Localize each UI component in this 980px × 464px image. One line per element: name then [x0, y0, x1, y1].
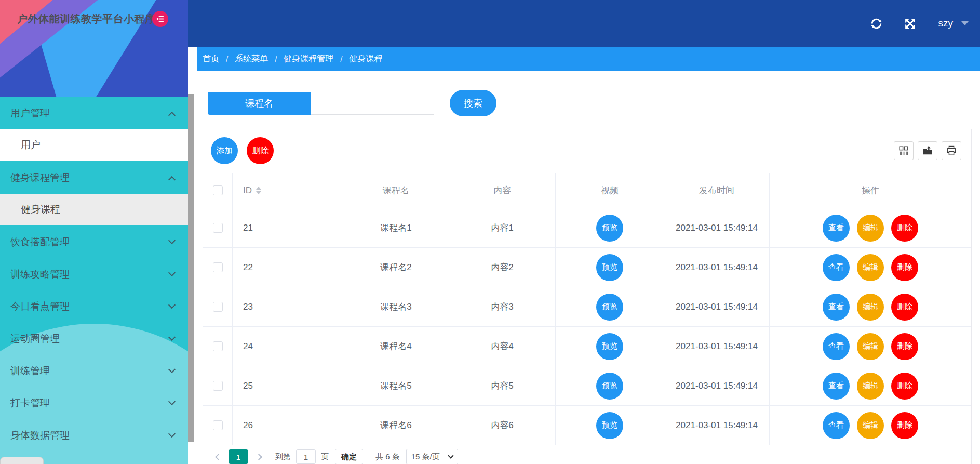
table-row: 22课程名2内容2预览2021-03-01 15:49:14查看编辑删除	[203, 248, 971, 287]
row-delete-button[interactable]: 删除	[891, 412, 918, 439]
goto-page-input[interactable]	[296, 449, 316, 464]
cell-actions: 查看编辑删除	[770, 248, 971, 287]
cell-name: 课程名1	[343, 208, 449, 247]
edit-button[interactable]: 编辑	[857, 294, 884, 321]
row-delete-button[interactable]: 删除	[891, 333, 918, 360]
sort-asc-icon	[256, 187, 261, 190]
cell-time: 2021-03-01 15:49:14	[664, 366, 770, 405]
sidebar-subitem[interactable]: 健身课程	[0, 194, 188, 225]
add-button[interactable]: 添加	[211, 137, 238, 164]
username[interactable]: szy	[938, 18, 954, 29]
cell-id: 22	[233, 248, 343, 287]
publish-time: 2021-03-01 15:49:14	[676, 302, 758, 312]
view-button[interactable]: 查看	[823, 215, 850, 242]
sidebar-group-item[interactable]: 训练攻略管理	[0, 258, 188, 290]
preview-button[interactable]: 预览	[596, 333, 623, 360]
breadcrumb-item[interactable]: 系统菜单	[235, 54, 268, 64]
breadcrumb-item[interactable]: 首页	[203, 54, 219, 64]
sidebar-toggle-button[interactable]	[152, 11, 168, 27]
sidebar-group-label: 训练攻略管理	[10, 269, 70, 280]
sidebar-subitem[interactable]: 用户	[0, 129, 188, 161]
cell-name: 课程名3	[343, 287, 449, 326]
page-number-button[interactable]: 1	[229, 449, 248, 464]
view-button[interactable]: 查看	[823, 412, 850, 439]
preview-button[interactable]: 预览	[596, 254, 623, 281]
row-id: 25	[243, 381, 253, 391]
breadcrumb-item[interactable]: 健身课程管理	[284, 54, 333, 64]
preview-button[interactable]: 预览	[596, 373, 623, 400]
table-header-row: ID课程名内容视频发布时间操作	[203, 173, 971, 208]
panel-toolbar: 添加 删除	[211, 137, 961, 164]
cell-time: 2021-03-01 15:49:14	[664, 208, 770, 247]
sidebar-group-item[interactable]: 饮食搭配管理	[0, 226, 188, 258]
row-checkbox[interactable]	[213, 262, 223, 272]
cell-name: 课程名5	[343, 366, 449, 405]
preview-button[interactable]: 预览	[596, 412, 623, 439]
column-header-label: ID	[243, 185, 252, 196]
course-name: 课程名6	[380, 419, 411, 431]
breadcrumb-item[interactable]: 健身课程	[350, 54, 383, 64]
edit-button[interactable]: 编辑	[857, 215, 884, 242]
row-checkbox[interactable]	[213, 302, 223, 312]
edit-button[interactable]: 编辑	[857, 373, 884, 400]
top-header: szy	[188, 0, 980, 47]
search-field-selector[interactable]: 课程名	[208, 92, 311, 115]
sidebar-group-item[interactable]: 健身课程管理	[0, 162, 188, 194]
row-checkbox[interactable]	[213, 341, 223, 351]
sidebar-bottom-widget[interactable]	[0, 457, 44, 464]
sidebar-group-item[interactable]: 训练管理	[0, 355, 188, 387]
row-checkbox[interactable]	[213, 420, 223, 430]
sidebar-group-item[interactable]: 用户管理	[0, 97, 188, 129]
course-name: 课程名1	[380, 222, 411, 234]
row-checkbox[interactable]	[213, 223, 223, 233]
goto-confirm-button[interactable]: 确定	[335, 449, 363, 464]
preview-button[interactable]: 预览	[596, 215, 623, 242]
cell-name: 课程名2	[343, 248, 449, 287]
preview-button[interactable]: 预览	[596, 294, 623, 321]
cell-actions: 查看编辑删除	[770, 287, 971, 326]
sidebar: 用户管理用户健身课程管理健身课程饮食搭配管理训练攻略管理今日看点管理运动圈管理训…	[0, 0, 188, 464]
row-checkbox-cell	[203, 406, 233, 445]
row-checkbox[interactable]	[213, 381, 223, 391]
view-button[interactable]: 查看	[823, 294, 850, 321]
search-button[interactable]: 搜索	[450, 90, 496, 116]
cell-actions: 查看编辑删除	[770, 327, 971, 366]
row-delete-button[interactable]: 删除	[891, 294, 918, 321]
chevron-down-icon	[168, 366, 176, 373]
sort-icon[interactable]	[256, 187, 261, 194]
print-button[interactable]	[942, 141, 961, 160]
edit-button[interactable]: 编辑	[857, 412, 884, 439]
view-button[interactable]: 查看	[823, 254, 850, 281]
sidebar-group-item[interactable]: 打卡管理	[0, 387, 188, 419]
goto-prefix-label: 到第	[275, 452, 291, 462]
sidebar-group-item[interactable]: 身体数据管理	[0, 419, 188, 452]
fullscreen-icon[interactable]	[904, 17, 917, 30]
row-delete-button[interactable]: 删除	[891, 215, 918, 242]
search-input[interactable]	[311, 92, 434, 115]
sidebar-group-item[interactable]: 今日看点管理	[0, 290, 188, 323]
prev-page-button[interactable]	[211, 449, 223, 464]
delete-button[interactable]: 删除	[247, 137, 274, 164]
breadcrumb-separator	[226, 55, 228, 63]
sidebar-group-item[interactable]: 运动圈管理	[0, 323, 188, 355]
refresh-icon[interactable]	[870, 17, 883, 30]
edit-button[interactable]: 编辑	[857, 333, 884, 360]
course-content: 内容4	[491, 340, 513, 352]
sidebar-scrollbar[interactable]	[188, 94, 194, 442]
columns-toggle-button[interactable]	[894, 141, 914, 160]
view-button[interactable]: 查看	[823, 333, 850, 360]
next-page-button[interactable]	[253, 449, 266, 464]
course-content: 内容1	[491, 222, 513, 234]
row-delete-button[interactable]: 删除	[891, 373, 918, 400]
caret-down-icon[interactable]	[961, 21, 969, 25]
row-delete-button[interactable]: 删除	[891, 254, 918, 281]
cell-id: 24	[233, 327, 343, 366]
row-id: 24	[243, 341, 253, 352]
select-all-checkbox[interactable]	[213, 185, 223, 195]
page-size-select[interactable]: 15 条/页	[406, 449, 458, 464]
view-button[interactable]: 查看	[823, 373, 850, 400]
chevron-down-icon	[168, 269, 176, 276]
edit-button[interactable]: 编辑	[857, 254, 884, 281]
chevron-right-icon	[256, 454, 262, 460]
export-button[interactable]	[918, 141, 937, 160]
